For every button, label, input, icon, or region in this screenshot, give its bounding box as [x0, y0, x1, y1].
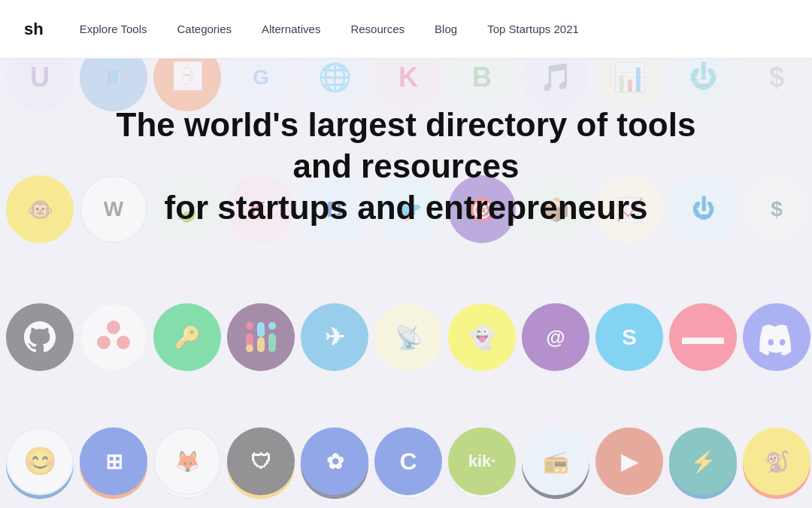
nav-blog[interactable]: Blog [435, 23, 457, 35]
navbar: sh Explore Tools Categories Alternatives… [0, 0, 812, 59]
hero-title: The world's largest directory of tools a… [105, 104, 707, 228]
nav-alternatives[interactable]: Alternatives [262, 23, 320, 35]
nav-categories[interactable]: Categories [177, 23, 232, 35]
hero-text: The world's largest directory of tools a… [105, 104, 707, 228]
hero-section: U 📘 🅱 G 🌐 K B 🎵 📊 ⏻ $ 🐵 W 🍃 K. B 🐦 [0, 59, 812, 508]
nav-top-startups[interactable]: Top Startups 2021 [487, 23, 579, 35]
logo: sh [24, 20, 44, 39]
nav-resources[interactable]: Resources [350, 23, 404, 35]
nav-explore-tools[interactable]: Explore Tools [80, 23, 147, 35]
nav-links: Explore Tools Categories Alternatives Re… [80, 23, 579, 35]
